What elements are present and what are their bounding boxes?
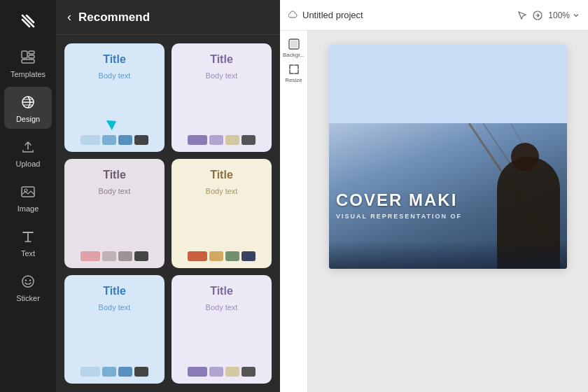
sidebar-item-templates[interactable]: Templates: [4, 42, 52, 84]
background-label: Backgr...: [283, 52, 304, 58]
template-card-body: Body text: [73, 303, 156, 312]
cloud-icon: [288, 10, 298, 20]
svg-rect-5: [22, 187, 34, 197]
swatch-1: [102, 251, 116, 261]
template-card-body: Body text: [180, 303, 263, 312]
template-card-body: Body text: [73, 187, 156, 195]
template-card-tpl3[interactable]: TitleBody text: [64, 159, 164, 267]
svg-rect-3: [22, 59, 34, 63]
swatch-3: [241, 251, 255, 261]
swatch-2: [225, 251, 239, 261]
swatch-3: [134, 367, 148, 377]
sidebar-item-design[interactable]: Design: [4, 87, 52, 129]
cover-title: COVER MAKI: [336, 190, 560, 210]
project-name-text: Untitled project: [302, 10, 363, 20]
swatch-3: [241, 135, 255, 145]
resize-tool[interactable]: Resize: [283, 62, 305, 84]
template-card-title: Title: [73, 169, 156, 181]
cover-text: COVER MAKI VISUAL REPRESENTATION OF: [336, 190, 560, 220]
sidebar-item-sticker[interactable]: Sticker: [4, 266, 52, 308]
template-swatches: [73, 135, 156, 145]
svg-point-8: [25, 279, 27, 281]
back-button[interactable]: ‹: [67, 10, 71, 24]
swatch-0: [188, 251, 207, 261]
svg-point-6: [24, 189, 27, 192]
toolbar-right: 100%: [517, 10, 580, 20]
project-name: Untitled project: [288, 10, 512, 20]
canvas-content: Backgr... Resize: [280, 31, 588, 392]
template-swatches: [180, 367, 263, 377]
swatch-1: [209, 367, 223, 377]
canvas-slide: COVER MAKI VISUAL REPRESENTATION OF: [329, 45, 567, 269]
sidebar: Templates Design Upload: [0, 0, 56, 392]
swatch-0: [80, 135, 100, 145]
svg-point-9: [29, 279, 31, 281]
canvas-viewport[interactable]: COVER MAKI VISUAL REPRESENTATION OF: [308, 31, 588, 392]
svg-point-7: [22, 276, 34, 287]
svg-rect-0: [22, 51, 27, 58]
swatch-1: [102, 367, 116, 377]
template-card-tpl1[interactable]: TitleBody text: [64, 43, 164, 152]
upload-icon: [18, 137, 38, 157]
share-icon[interactable]: [533, 10, 542, 20]
sticker-icon: [18, 272, 38, 291]
swatch-1: [209, 135, 223, 145]
swatch-2: [118, 367, 132, 377]
background-tool[interactable]: Backgr...: [283, 36, 305, 59]
template-card-body: Body text: [73, 71, 156, 80]
template-card-tpl6[interactable]: TitleBody text: [172, 275, 272, 384]
cursor-tool-icon[interactable]: [517, 10, 527, 20]
svg-rect-12: [290, 41, 298, 48]
template-swatches: [180, 251, 263, 261]
template-swatches: [73, 251, 156, 261]
template-card-tpl4[interactable]: TitleBody text: [172, 159, 272, 267]
template-card-title: Title: [73, 53, 156, 66]
svg-rect-1: [29, 51, 34, 54]
background-icon: [288, 38, 300, 50]
template-swatches: [180, 135, 263, 145]
swatch-1: [209, 251, 223, 261]
template-swatches: [73, 367, 156, 377]
recommend-panel: ‹ Recommend TitleBody textTitleBody text…: [56, 0, 280, 392]
sidebar-item-image[interactable]: Image: [4, 176, 52, 218]
sidebar-item-upload[interactable]: Upload: [4, 132, 52, 174]
panel-header: ‹ Recommend: [56, 0, 280, 35]
image-icon: [18, 182, 38, 202]
template-card-tpl2[interactable]: TitleBody text: [172, 43, 272, 152]
swatch-0: [188, 135, 207, 145]
zoom-control[interactable]: 100%: [548, 10, 580, 20]
sidebar-item-design-label: Design: [16, 115, 40, 123]
swatch-0: [80, 251, 100, 261]
app-logo: [15, 8, 41, 34]
template-card-tpl5[interactable]: TitleBody text: [64, 275, 164, 384]
sidebar-item-upload-label: Upload: [16, 160, 41, 168]
zoom-value: 100%: [548, 10, 570, 20]
panel-title: Recommend: [78, 10, 150, 24]
templates-icon: [18, 48, 38, 67]
swatch-3: [134, 251, 148, 261]
cover-subtitle: VISUAL REPRESENTATION OF: [336, 213, 560, 220]
side-tools: Backgr... Resize: [280, 31, 308, 392]
swatch-3: [134, 135, 148, 145]
sidebar-item-image-label: Image: [18, 204, 39, 213]
template-card-title: Title: [180, 53, 263, 66]
swatch-0: [80, 367, 100, 377]
swatch-2: [118, 135, 132, 145]
templates-grid: TitleBody textTitleBody textTitleBody te…: [56, 35, 280, 392]
sidebar-item-templates-label: Templates: [10, 70, 46, 78]
swatch-0: [188, 367, 207, 377]
template-card-body: Body text: [180, 71, 263, 80]
swatch-2: [225, 367, 239, 377]
swatch-2: [118, 251, 132, 261]
sidebar-item-text-label: Text: [21, 249, 35, 258]
swatch-3: [241, 367, 255, 377]
sidebar-item-text[interactable]: Text: [4, 221, 52, 263]
swatch-2: [225, 135, 239, 145]
canvas-toolbar: Untitled project 100%: [280, 0, 588, 31]
text-icon: [18, 227, 38, 246]
template-card-title: Title: [180, 285, 263, 298]
chevron-down-icon: [573, 12, 580, 19]
svg-rect-2: [29, 55, 34, 58]
swatch-1: [102, 135, 116, 145]
design-icon: [18, 92, 38, 112]
